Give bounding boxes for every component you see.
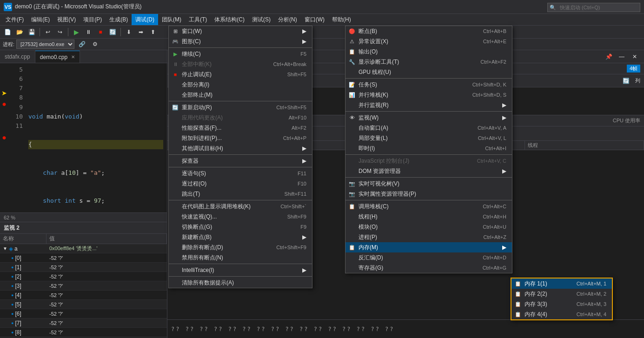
- menu-help[interactable]: 帮助(H): [328, 14, 355, 25]
- restart-button[interactable]: 🔄: [107, 27, 118, 38]
- menu-clear-datatips[interactable]: 清除所有数据提示(A): [169, 278, 312, 288]
- menu-delete-all-bp[interactable]: 删除所有断点(D) Ctrl+Shift+F9: [169, 242, 312, 252]
- sub-parallel-watch[interactable]: 并行监视(R) ▶: [345, 100, 512, 110]
- sub-threads[interactable]: 线程(H) Ctrl+Alt+H: [345, 212, 512, 222]
- breakpoint-dot-8[interactable]: ●: [2, 100, 7, 108]
- menu-new-bp[interactable]: 新建断点(B) ▶: [169, 232, 312, 242]
- menu-step-over-proc[interactable]: 逐过程(O) F10: [169, 179, 312, 189]
- watch-value-2: -52 '?': [46, 273, 167, 280]
- menu-toggle-bp[interactable]: 切换断点(G) F9: [169, 222, 312, 232]
- menu-detach[interactable]: 全部分离(I): [169, 80, 312, 90]
- menu-perf[interactable]: 性能探查器(F)... Alt+F2: [169, 123, 312, 133]
- menu-show-callstack[interactable]: 在代码图上显示调用堆栈(K) Ctrl+Shift+`: [169, 201, 312, 212]
- menu-stop-debug[interactable]: ■ 停止调试(E) Shift+F5: [169, 69, 312, 80]
- sub-registers[interactable]: 寄存器(G) Ctrl+Alt+G: [345, 263, 512, 273]
- menu-step-out[interactable]: 跳出(T) Shift+F11: [169, 189, 312, 199]
- stop-button[interactable]: ■: [95, 27, 106, 38]
- expand-arrow-a[interactable]: ▼: [3, 246, 7, 251]
- attach-button[interactable]: 🔗: [76, 39, 87, 50]
- memory-2[interactable]: 📋 内存 2(2) Ctrl+Alt+M, 2: [511, 289, 612, 299]
- quick-launch-input[interactable]: [558, 5, 640, 10]
- menu-file[interactable]: 文件(F): [2, 14, 27, 25]
- redo-button[interactable]: ↪: [54, 27, 66, 38]
- menu-test[interactable]: 测试(S): [248, 14, 274, 25]
- menu-debug[interactable]: 调试(D): [132, 14, 158, 25]
- breakpoint-dot-11[interactable]: ●: [2, 133, 7, 142]
- step-into-button[interactable]: ⬇: [123, 27, 134, 38]
- menu-view[interactable]: 视图(V): [53, 14, 80, 25]
- memory-1[interactable]: 📋 内存 1(1) Ctrl+Alt+M, 1: [511, 278, 612, 289]
- sub-real-time-prop[interactable]: 📷 实时属性资源管理器(P): [345, 189, 512, 199]
- sub-exception[interactable]: ⚠ 异常设置(X) Ctrl+Alt+E: [345, 36, 512, 46]
- quick-launch-bar[interactable]: 🔍: [547, 3, 640, 12]
- menu-build[interactable]: 生成(B): [106, 14, 132, 25]
- menu-tools[interactable]: 工具(T): [185, 14, 211, 25]
- sub-disasm[interactable]: 反汇编(D) Ctrl+Alt+D: [345, 252, 512, 263]
- menu-intellitrace[interactable]: IntelliTrace(I) ▶: [169, 265, 312, 275]
- new-project-button[interactable]: 📄: [2, 27, 13, 38]
- tab-demo0-close[interactable]: ✕: [71, 54, 75, 60]
- new-bp-arrow: ▶: [293, 234, 306, 240]
- menu-analyze[interactable]: 分析(N): [274, 14, 301, 25]
- memory-4[interactable]: 📋 内存 4(4) Ctrl+Alt+M, 4: [511, 309, 612, 319]
- menu-restart[interactable]: 🔄 重新启动(R) Ctrl+Shift+F5: [169, 102, 312, 113]
- watch-name-3: ● [3]: [0, 282, 46, 290]
- undo-button[interactable]: ↩: [42, 27, 53, 38]
- watch-icon-6: ●: [11, 311, 13, 316]
- process-selector[interactable]: [27532] demo0.exe: [16, 40, 74, 49]
- save-button[interactable]: 💾: [26, 27, 37, 38]
- left-panel: stdafx.cpp demo0.cpp ✕ ➤ ●: [0, 50, 167, 338]
- memory-3[interactable]: 📋 内存 3(3) Ctrl+Alt+M, 3: [511, 299, 612, 309]
- tab-demo0[interactable]: demo0.cpp ✕: [35, 51, 80, 63]
- menu-edit[interactable]: 编辑(E): [27, 14, 53, 25]
- menu-debug-window[interactable]: ⊞ 窗口(W) ▶: [169, 26, 312, 36]
- sub-immediate[interactable]: 即时(I) Ctrl+Alt+I: [345, 143, 512, 153]
- step-over-button[interactable]: ➡: [135, 27, 146, 38]
- watch-row-a[interactable]: ▼ ◈ a 0x00eff8e4 '烫烫烫...': [0, 244, 167, 253]
- sub-modules[interactable]: 模块(O) Ctrl+Alt+U: [345, 222, 512, 232]
- sub-tasks[interactable]: 📝 任务(S) Ctrl+Shift+D, K: [345, 80, 512, 90]
- menu-window[interactable]: 窗口(W): [301, 14, 328, 25]
- sub-parallel-stacks[interactable]: 📊 并行堆栈(K) Ctrl+Shift+D, S: [345, 90, 512, 100]
- sub-breakpoints[interactable]: 🔴 断点(B) Ctrl+Alt+B: [345, 26, 512, 36]
- menu-terminate[interactable]: 全部终止(M): [169, 90, 312, 100]
- menu-disable-all-bp[interactable]: 禁用所有断点(N): [169, 252, 312, 263]
- menu-step-into[interactable]: 逐语句(S) F11: [169, 168, 312, 179]
- other-targets-icon: [172, 145, 179, 152]
- watch-icon-2: ●: [11, 274, 13, 279]
- sub-memory[interactable]: 📋 内存(M) ▶: [345, 242, 512, 252]
- sub-diag-tools[interactable]: 🔧 显示诊断工具(T) Ctrl+Alt+F2: [345, 57, 512, 67]
- menu-profiler[interactable]: 探查器 ▶: [169, 156, 312, 166]
- step-out-button[interactable]: ⬆: [147, 27, 159, 38]
- menu-other-targets[interactable]: 其他调试目标(H) ▶: [169, 143, 312, 153]
- line-numbers: 5 6 7 8 9 10 11: [8, 63, 25, 212]
- diag-pin-button[interactable]: 📌: [603, 51, 614, 62]
- menu-continue[interactable]: ▶ 继续(C) F5: [169, 49, 312, 59]
- code-content[interactable]: void main(void) { char a[10] = "a"; shor…: [25, 63, 167, 212]
- menu-project[interactable]: 项目(P): [80, 14, 106, 25]
- menu-arch[interactable]: 体系结构(C): [211, 14, 248, 25]
- sub-locals[interactable]: 局部变量(L) Ctrl+Alt+V, L: [345, 133, 512, 143]
- menu-attach[interactable]: 附加到进程(P)... Ctrl+Alt+P: [169, 133, 312, 143]
- diag-close-button[interactable]: ✕: [629, 51, 640, 62]
- diag-minimize-button[interactable]: —: [616, 51, 627, 62]
- menu-team[interactable]: 团队(M): [158, 14, 185, 25]
- sub-dom-explorer[interactable]: DOM 资源管理器 ▶: [345, 166, 512, 176]
- sub-watch[interactable]: 👁 监视(W) ▶: [345, 113, 512, 123]
- sub-real-time-viz[interactable]: 📷 实时可视化树(V): [345, 179, 512, 189]
- diag-refresh-icon[interactable]: 🔄: [620, 75, 631, 86]
- open-file-button[interactable]: 📂: [14, 27, 25, 38]
- continue-button[interactable]: ▶: [71, 27, 82, 38]
- menu-quick-watch[interactable]: 快速监视(Q)... Shift+F9: [169, 212, 312, 222]
- diag-refresh-btn[interactable]: 🔄: [620, 75, 631, 86]
- menu-debug-graphics[interactable]: 🎮 图形(C) ▶: [169, 36, 312, 46]
- sub-auto-window[interactable]: 自动窗口(A) Ctrl+Alt+V, A: [345, 123, 512, 133]
- sub-call-stack[interactable]: 📋 调用堆栈(C) Ctrl+Alt+C: [345, 201, 512, 212]
- sub-processes[interactable]: 进程(P) Ctrl+Alt+Z: [345, 232, 512, 242]
- code-editor[interactable]: ➤ ● ● 5 6 7 8 9 10 11: [0, 63, 167, 212]
- sub-output[interactable]: 📋 输出(O): [345, 46, 512, 57]
- tab-stdafx[interactable]: stdafx.cpp: [0, 51, 35, 63]
- build-button[interactable]: ⚙: [89, 39, 100, 50]
- sub-gpu-threads[interactable]: GPU 线程(U): [345, 67, 512, 77]
- pause-button[interactable]: ⏸: [83, 27, 94, 38]
